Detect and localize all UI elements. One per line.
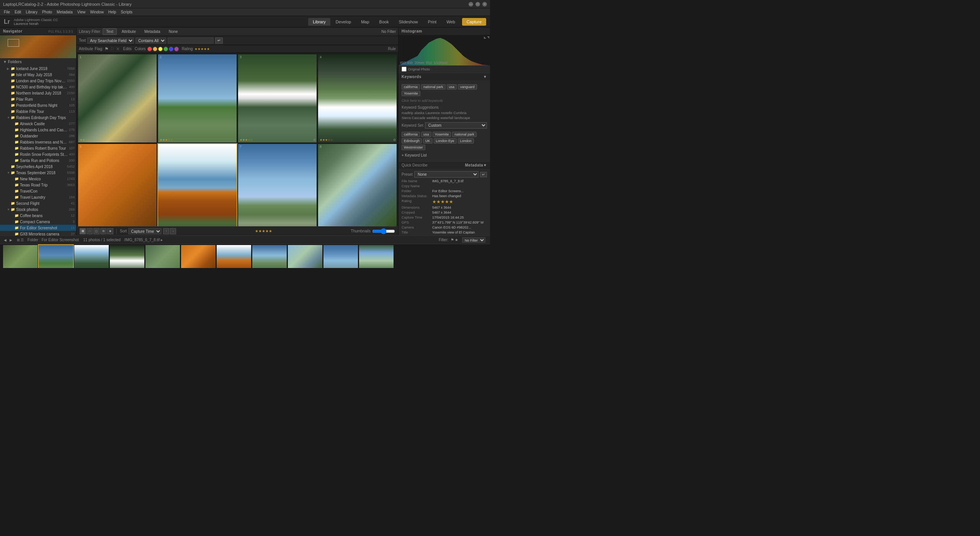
apply-preset-button[interactable]: ↵: [480, 172, 487, 177]
tab-web[interactable]: Web: [442, 18, 459, 26]
folder-item-second-flight[interactable]: 📁 Second Flight 41: [0, 200, 76, 206]
folder-item-nc500[interactable]: 📁 NC500 and Birthday trip take 2 Feb 201…: [0, 84, 76, 90]
grid-cell-5[interactable]: 5 ★★☆☆☆: [78, 144, 157, 226]
filter-tab-metadata[interactable]: Metadata: [141, 28, 164, 35]
add-keyword-hint[interactable]: Click here to add keywords: [402, 98, 487, 104]
keywords-header[interactable]: Keywords ▼: [399, 73, 490, 80]
rating-stars[interactable]: ★★★★★: [432, 199, 453, 204]
keyword-set-select[interactable]: Custom: [425, 122, 487, 129]
folder-item-stock[interactable]: ▼ 📁 Stock photos 269: [0, 206, 76, 212]
cell-stars[interactable]: ★★☆☆☆: [80, 138, 93, 142]
filter-tab-none[interactable]: None: [165, 28, 181, 35]
kw-set-edinburgh[interactable]: Edinburgh: [402, 138, 422, 144]
folder-item-northern[interactable]: 📁 Northern Ireland July 2018 2150: [0, 90, 76, 96]
shadows-icon[interactable]: ◣: [484, 36, 486, 39]
highlights-icon[interactable]: ◥: [487, 36, 489, 39]
minimize-button[interactable]: —: [469, 2, 473, 7]
grid-cell-6[interactable]: 6 ★★★☆☆: [158, 144, 237, 226]
grid-cell-4[interactable]: 4 ★★★☆☆ ⚙: [318, 54, 397, 142]
tab-capture[interactable]: Capture: [462, 18, 486, 26]
folder-item-rabbies-inv[interactable]: 📁 Rabbies Inverness and North East 250 p…: [0, 139, 76, 145]
filmstrip-layout-1[interactable]: ⊞: [17, 238, 20, 242]
filmstrip-layout-2[interactable]: ☰: [21, 238, 24, 242]
color-yellow[interactable]: [158, 47, 163, 51]
kw-set-california[interactable]: california: [402, 132, 420, 137]
menu-photo[interactable]: Photo: [40, 10, 54, 14]
contains-select[interactable]: Contains All: [136, 38, 166, 44]
color-blue[interactable]: [169, 47, 173, 51]
keyword-vanguard[interactable]: vanguard: [458, 84, 477, 90]
sort-desc-button[interactable]: ↓: [170, 228, 176, 234]
sort-asc-button[interactable]: ↑: [163, 228, 169, 234]
menu-library[interactable]: Library: [23, 10, 40, 14]
kw-set-national-park[interactable]: national park: [452, 132, 477, 137]
fs-photo-7[interactable]: ★★★☆☆: [217, 245, 251, 268]
folders-section[interactable]: ▼ Folders: [0, 58, 76, 65]
folder-item-seychelles[interactable]: 📁 Seychelles April 2018 5452: [0, 163, 76, 170]
nav-btn-3-1[interactable]: 3:1: [68, 29, 73, 33]
kw-sugg-wedding[interactable]: wedding: [426, 116, 439, 120]
tab-slideshow[interactable]: Slideshow: [394, 18, 423, 26]
rating-stars[interactable]: ★★★★★: [194, 47, 210, 51]
menu-view[interactable]: View: [75, 10, 88, 14]
folder-item-texas-road[interactable]: 📁 Texas Road Trip 3663: [0, 182, 76, 188]
kw-set-yosemite[interactable]: Yosemite: [433, 132, 451, 137]
kw-sugg-roadtrip[interactable]: roadtrip: [402, 111, 413, 115]
cell-stars[interactable]: ★★★☆☆: [240, 138, 253, 142]
fs-photo-9[interactable]: ★★★☆☆: [288, 245, 322, 268]
rating-filter[interactable]: ★★★★★: [255, 229, 272, 233]
grid-cell-2[interactable]: 2 ★★★☆☆: [158, 54, 237, 142]
folder-item-outlander[interactable]: 📁 Outdander 286: [0, 133, 76, 139]
folder-item-prestonfield[interactable]: 📁 Prestonfield Burns Night 105: [0, 102, 76, 108]
color-red[interactable]: [147, 47, 152, 51]
people-view-button[interactable]: ☻: [107, 228, 113, 234]
folder-item-alnwick[interactable]: 📁 Alnwick Castle 277: [0, 121, 76, 127]
fs-photo-3[interactable]: ★★★☆☆: [74, 245, 109, 268]
thumbnails-slider[interactable]: [372, 228, 395, 234]
color-green[interactable]: [163, 47, 168, 51]
histogram-header[interactable]: Histogram: [399, 28, 490, 35]
fs-photo-5[interactable]: ★★☆☆☆: [145, 245, 180, 268]
menu-help[interactable]: Help: [106, 10, 119, 14]
original-photo-checkbox[interactable]: [402, 67, 407, 72]
folder-item-rabbies-burns[interactable]: 📁 Rabbies Robert Burns Tour 107: [0, 145, 76, 151]
nav-btn-1-1[interactable]: 1:1: [63, 29, 68, 33]
fs-photo-8[interactable]: ★★★☆☆: [252, 245, 287, 268]
metadata-header[interactable]: Quick Describe Metadata ▼: [399, 162, 490, 169]
kw-sugg-landscape[interactable]: landscape: [454, 116, 470, 120]
grid-view-button[interactable]: ⊞: [80, 228, 86, 234]
search-field-select[interactable]: Any Searchable Field: [87, 38, 134, 44]
folder-item-roslin[interactable]: 📁 Roslin Snow Footprints Stress Travel P…: [0, 151, 76, 157]
folder-item-isle[interactable]: 📁 Isle of May July 2018 584: [0, 72, 76, 78]
folder-item-coffee[interactable]: 📁 Coffee beans 12: [0, 212, 76, 219]
folder-item-compact[interactable]: 📁 Compact Camera 3: [0, 219, 76, 225]
keyword-california[interactable]: california: [402, 84, 420, 90]
tab-develop[interactable]: Develop: [331, 18, 356, 26]
folder-item-travelcon[interactable]: 📁 TravelCon: [0, 188, 76, 194]
menu-file[interactable]: File: [2, 10, 12, 14]
filter-tab-attribute[interactable]: Attribute: [118, 28, 139, 35]
menu-edit[interactable]: Edit: [12, 10, 23, 14]
kw-sugg-cumbria[interactable]: Cumbria: [454, 111, 467, 115]
tab-print[interactable]: Print: [423, 18, 441, 26]
kw-sugg-sierra[interactable]: Sierra Cascade: [402, 116, 425, 120]
fs-photo-4[interactable]: ★★★☆☆: [110, 245, 144, 268]
fs-photo-10[interactable]: ★★★☆☆: [323, 245, 358, 268]
kw-sugg-alaska[interactable]: alaska: [415, 111, 425, 115]
kw-set-westminster[interactable]: Westminster: [402, 145, 425, 150]
filter-tab-text[interactable]: Text: [103, 28, 116, 35]
color-orange[interactable]: [153, 47, 157, 51]
kw-set-london[interactable]: London: [458, 138, 474, 144]
menu-window[interactable]: Window: [88, 10, 106, 14]
grid-cell-7[interactable]: 7 ★★★☆☆ ⚙: [238, 144, 317, 226]
flag-icon[interactable]: ⚑: [105, 46, 109, 52]
maximize-button[interactable]: □: [475, 2, 480, 7]
kw-sugg-laurence[interactable]: Laurence: [426, 111, 440, 115]
search-input[interactable]: [168, 38, 214, 44]
grid-cell-8[interactable]: 8 ★★★☆☆ ⚙: [318, 144, 397, 226]
folder-item-texas[interactable]: ▼ 📁 Texas September 2018 5508: [0, 170, 76, 176]
keyword-national-park[interactable]: national park: [421, 84, 446, 90]
kw-sugg-waterfall[interactable]: waterfall: [441, 116, 454, 120]
menu-metadata[interactable]: Metadata: [54, 10, 75, 14]
photo-grid[interactable]: 1 ★★☆☆☆ 2 ★★★☆☆ 3 ★★★☆☆ ⚙ 4 ★★★☆☆: [77, 53, 398, 226]
